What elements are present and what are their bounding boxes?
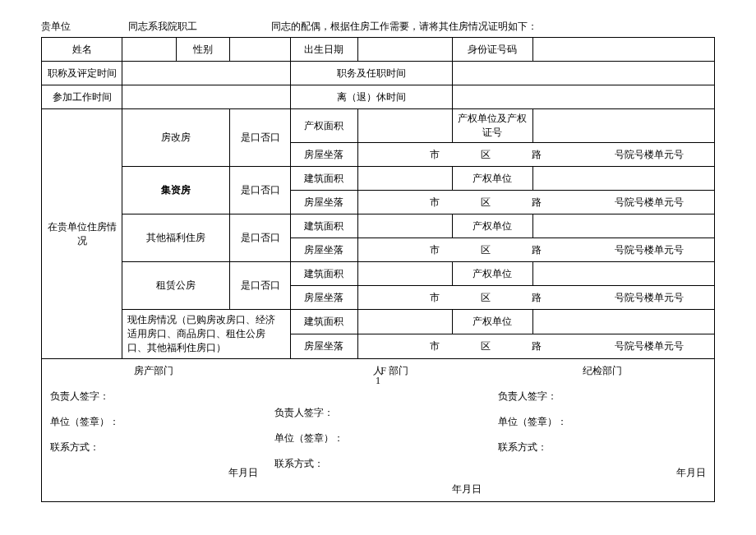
signature-block: 房产部门 负责人签字： 单位（签章）： 联系方式： 年月日 人 1 F 部门 负… — [41, 359, 715, 502]
row-basic-info: 姓名 性别 出生日期 身份证号码 — [42, 38, 715, 62]
value-gender — [230, 38, 291, 62]
label-title-time: 职称及评定时间 — [42, 62, 122, 85]
sig-l1b: 负责人签字： — [274, 406, 482, 420]
type-jzf: 集资房 — [122, 167, 230, 214]
sig-l1c: 负责人签字： — [498, 390, 706, 404]
value-fwzl-zlgf: 市 区 路 号院号楼单元号 — [357, 286, 714, 310]
value-retire-time — [452, 85, 714, 109]
label-fwzl-jzf: 房屋坐落 — [290, 191, 357, 214]
preamble-p2: 同志系我院职工 — [128, 20, 197, 34]
value-cqmj-fgf — [357, 109, 452, 143]
side-label-housing: 在贵单位住房情 况 — [42, 109, 122, 359]
value-fwzl-qtfl: 市 区 路 号院号楼单元号 — [357, 238, 714, 262]
label-jzmj-cur: 建筑面积 — [290, 310, 357, 334]
value-work-time — [122, 85, 291, 109]
sig-l3a: 联系方式： — [50, 440, 258, 454]
label-cqdw-qtfl: 产权单位 — [452, 214, 532, 238]
value-dob — [357, 38, 452, 62]
label-fwzl-qtfl: 房屋坐落 — [290, 238, 357, 262]
value-cqdw-cur — [532, 310, 714, 334]
yesno-fgf: 是口否口 — [230, 109, 291, 167]
sig-col-2: 人 1 F 部门 负责人签字： 单位（签章）： 联系方式： 年月日 — [266, 359, 491, 501]
sig-date-2: 年月日 — [274, 482, 482, 496]
value-fwzl-fgf: 市 区 路 号院号楼单元号 — [357, 143, 714, 167]
value-cqdw-jzf — [532, 167, 714, 191]
label-work-time: 参加工作时间 — [42, 85, 122, 109]
value-fwzl-cur: 市 区 路 号院号楼单元号 — [357, 334, 714, 359]
preamble-p3: 同志的配偶，根据住房工作需要，请将其住房情况证明如下： — [271, 20, 537, 34]
value-id — [532, 38, 714, 62]
type-fgf: 房改房 — [122, 109, 230, 167]
label-cqmj: 产权面积 — [290, 109, 357, 143]
label-retire-time: 离（退）休时间 — [290, 85, 452, 109]
sig-col-1: 房产部门 负责人签字： 单位（签章）： 联系方式： 年月日 — [42, 359, 266, 501]
preamble-p1: 贵单位 — [41, 20, 71, 34]
value-name — [122, 38, 177, 62]
sig-date-1: 年月日 — [50, 466, 258, 480]
yesno-jzf: 是口否口 — [230, 167, 291, 214]
label-cqdw-cur: 产权单位 — [452, 310, 532, 334]
sig-l2a: 单位（签章）： — [50, 415, 258, 429]
type-qtfl: 其他福利住房 — [122, 214, 230, 262]
sig-l2b: 单位（签章）： — [274, 431, 482, 445]
sig-date-3: 年月日 — [498, 466, 706, 480]
label-id: 身份证号码 — [452, 38, 532, 62]
value-cqdw-qtfl — [532, 214, 714, 238]
sig-dept-2-float: 人 1 — [373, 366, 383, 385]
label-cqdw-zlgf: 产权单位 — [452, 262, 532, 286]
value-jzmj-cur — [357, 310, 452, 334]
value-jzmj-qtfl — [357, 214, 452, 238]
preamble-line: 贵单位 同志系我院职工 同志的配偶，根据住房工作需要，请将其住房情况证明如下： — [41, 20, 715, 34]
value-fwzl-jzf: 市 区 路 号院号楼单元号 — [357, 191, 714, 214]
value-jzmj-jzf — [357, 167, 452, 191]
label-cqdw-jzf: 产权单位 — [452, 167, 532, 191]
sig-col-3: 纪检部门 负责人签字： 单位（签章）： 联系方式： 年月日 — [490, 359, 714, 501]
label-fwzl-cur: 房屋坐落 — [290, 334, 357, 359]
value-cqdwzh-fgf — [532, 109, 714, 143]
sig-dept-3: 纪检部门 — [498, 364, 706, 378]
sig-l1a: 负责人签字： — [50, 390, 258, 404]
type-current: 现住房情况（已购房改房口、经济适用房口、商品房口、租住公房口、其他福利住房口） — [122, 310, 291, 359]
sig-dept-2-suffix: F 部门 — [380, 365, 408, 376]
sig-l3b: 联系方式： — [274, 457, 482, 471]
label-jzmj-jzf: 建筑面积 — [290, 167, 357, 191]
value-jzmj-zlgf — [357, 262, 452, 286]
label-jzmj-zlgf: 建筑面积 — [290, 262, 357, 286]
label-jzmj-qtfl: 建筑面积 — [290, 214, 357, 238]
value-cqdw-zlgf — [532, 262, 714, 286]
yesno-zlgf: 是口否口 — [230, 262, 291, 310]
sig-l2c: 单位（签章）： — [498, 415, 706, 429]
yesno-qtfl: 是口否口 — [230, 214, 291, 262]
row-work-retire: 参加工作时间 离（退）休时间 — [42, 85, 715, 109]
value-duty-time — [452, 62, 714, 85]
label-dob: 出生日期 — [290, 38, 357, 62]
sig-l3c: 联系方式： — [498, 440, 706, 454]
main-form-table: 姓名 性别 出生日期 身份证号码 职称及评定时间 职务及任职时间 参加工作时间 … — [41, 37, 715, 359]
label-name: 姓名 — [42, 38, 122, 62]
label-duty-time: 职务及任职时间 — [290, 62, 452, 85]
value-title-time — [122, 62, 291, 85]
sig-dept-1: 房产部门 — [50, 364, 258, 378]
label-gender: 性别 — [176, 38, 230, 62]
label-fwzl-fgf: 房屋坐落 — [290, 143, 357, 167]
label-cqdwzh: 产权单位及产权证号 — [452, 109, 532, 143]
row-title-duty: 职称及评定时间 职务及任职时间 — [42, 62, 715, 85]
type-zlgf: 租赁公房 — [122, 262, 230, 310]
label-fwzl-zlgf: 房屋坐落 — [290, 286, 357, 310]
